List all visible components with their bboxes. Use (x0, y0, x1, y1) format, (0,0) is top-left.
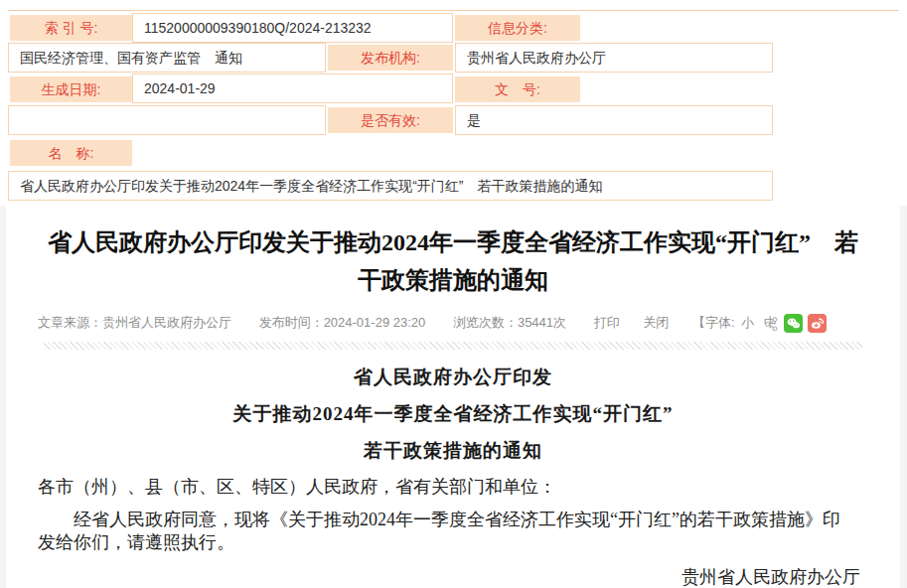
wechat-icon[interactable] (784, 314, 803, 333)
close-button[interactable]: 关闭 (643, 315, 669, 330)
document-meta-table: 索 引 号: 11520000009390180Q/2024-213232 信息… (0, 0, 907, 206)
meta-label-is-valid: 是否有效: (328, 107, 453, 133)
meta-value-info-category: 国民经济管理、国有资产监管 通知 (8, 43, 326, 73)
doc-paragraph: 经省人民政府同意，现将《关于推动2024年一季度全省经济工作实现“开门红”的若干… (38, 509, 855, 554)
weibo-icon[interactable] (808, 314, 827, 333)
page-right-edge (900, 206, 907, 588)
font-bracket-open: 【字体: (692, 315, 735, 330)
government-document-page: 索 引 号: 11520000009390180Q/2024-213232 信息… (0, 0, 907, 588)
doc-heading-line1: 省人民政府办公厅印发 (6, 366, 900, 389)
hatched-divider (44, 342, 862, 350)
meta-label-info-category: 信息分类: (455, 15, 580, 41)
meta-label-doc-number: 文 号: (455, 76, 580, 102)
font-size-small-button[interactable]: 小 (741, 315, 754, 330)
article-panel: 省人民政府办公厅印发关于推动2024年一季度全省经济工作实现“开门红” 若干政策… (6, 206, 900, 588)
meta-value-generated-date: 2024-01-29 (132, 74, 453, 103)
page-title: 省人民政府办公厅印发关于推动2024年一季度全省经济工作实现“开门红” 若干政策… (46, 223, 860, 299)
meta-value-issuing-agency: 贵州省人民政府办公厅 (455, 43, 773, 73)
meta-label-index-number: 索 引 号: (10, 15, 132, 41)
meta-label-generated-date: 生成日期: (10, 76, 132, 102)
meta-value-empty (8, 105, 326, 135)
doc-heading-line2: 关于推动2024年一季度全省经济工作实现“开门红” (6, 402, 900, 426)
doc-heading-line3: 若干政策措施的通知 (6, 439, 900, 463)
doc-signature: 贵州省人民政府办公厅 (6, 566, 860, 588)
print-button[interactable]: 打印 (594, 315, 620, 330)
view-count: 浏览次数：35441次 (453, 315, 566, 330)
article-source: 文章来源：贵州省人民政府办公厅 (38, 315, 231, 330)
meta-label-name: 名 称: (10, 140, 132, 166)
table-top-border (8, 10, 899, 11)
article-info-bar: 文章来源：贵州省人民政府办公厅 发布时间：2024-01-29 23:20 浏览… (38, 313, 868, 335)
meta-value-is-valid: 是 (455, 105, 773, 135)
meta-label-issuing-agency: 发布机构: (328, 45, 453, 71)
publish-time: 发布时间：2024-01-29 23:20 (259, 315, 426, 330)
meta-value-name: 省人民政府办公厅印发关于推动2024年一季度全省经济工作实现“开门红” 若干政策… (8, 171, 773, 201)
share-nodes-icon[interactable] (764, 316, 779, 332)
doc-salutation: 各市（州）、县（市、区、特区）人民政府，省有关部门和单位： (38, 476, 855, 499)
share-buttons (764, 314, 827, 333)
meta-value-index-number: 11520000009390180Q/2024-213232 (132, 13, 453, 43)
